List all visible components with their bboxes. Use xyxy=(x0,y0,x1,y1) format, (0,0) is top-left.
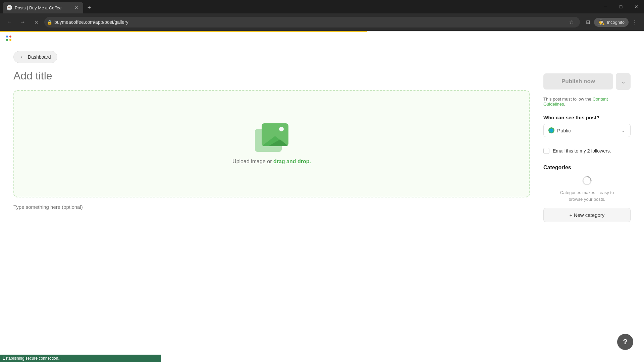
tab-close-button[interactable]: ✕ xyxy=(74,5,79,10)
title-input[interactable] xyxy=(13,70,530,82)
categories-line1: Categories makes it easy to xyxy=(560,190,614,195)
incognito-label: Incognito xyxy=(607,20,625,25)
visibility-text: Public xyxy=(557,128,619,133)
menu-button[interactable]: ⋮ xyxy=(629,17,640,27)
tab-favicon: ☕ xyxy=(7,5,12,10)
tab-title: Posts | Buy Me a Coffee xyxy=(15,5,71,10)
lock-icon: 🔒 xyxy=(47,20,52,25)
window-controls: ─ □ ✕ xyxy=(598,0,644,13)
mountain-icon xyxy=(262,133,288,146)
categories-line2: browse your posts. xyxy=(569,197,605,202)
maximize-button[interactable]: □ xyxy=(613,0,629,13)
back-button[interactable]: ← xyxy=(4,17,15,27)
editor-area: Upload image or drag and drop. xyxy=(13,70,530,362)
bookmark-button[interactable]: ☆ xyxy=(567,17,576,27)
visibility-dropdown[interactable]: 🌐 Public ⌄ xyxy=(543,124,631,137)
drag-drop-link[interactable]: drag and drop. xyxy=(273,159,311,164)
publish-now-button[interactable]: Publish now xyxy=(543,73,613,89)
description-input[interactable] xyxy=(13,204,530,210)
sun-icon xyxy=(279,127,284,131)
categories-label: Categories xyxy=(543,165,631,171)
url-text: buymeacoffee.com/app/post/gallery xyxy=(54,19,565,25)
active-tab[interactable]: ☕ Posts | Buy Me a Coffee ✕ xyxy=(3,2,83,13)
browser-chrome: ☕ Posts | Buy Me a Coffee ✕ + ─ □ ✕ ← → … xyxy=(0,0,644,31)
email-checkbox[interactable] xyxy=(543,148,549,154)
tab-bar: ☕ Posts | Buy Me a Coffee ✕ + ─ □ ✕ xyxy=(0,0,644,13)
visibility-label: Who can see this post? xyxy=(543,115,631,120)
reload-button[interactable]: ✕ xyxy=(31,17,42,27)
categories-section: Categories Categories makes it easy to b… xyxy=(543,165,631,222)
email-label: Email this to my 2 followers. xyxy=(553,148,611,154)
sidebar: Publish now ⌄ This post must follow the … xyxy=(543,70,631,362)
followers-count: 2 xyxy=(587,148,590,154)
upload-zone[interactable]: Upload image or drag and drop. xyxy=(13,90,530,197)
help-icon: ? xyxy=(623,338,627,346)
google-apps-icon[interactable] xyxy=(4,34,13,43)
categories-icon-area xyxy=(543,175,631,186)
profile-extensions-button[interactable]: ⊞ xyxy=(583,17,593,27)
categories-loading-icon xyxy=(582,175,592,186)
content-guidelines-text: This post must follow the Content Guidel… xyxy=(543,97,631,107)
address-bar[interactable]: 🔒 buymeacoffee.com/app/post/gallery ☆ xyxy=(44,17,580,27)
incognito-icon: 🕵 xyxy=(598,19,605,25)
browser-toolbar-right: ⊞ 🕵 Incognito ⋮ xyxy=(583,17,640,27)
status-bar: Establishing secure connection... xyxy=(0,355,644,362)
publish-dropdown-button[interactable]: ⌄ xyxy=(616,73,631,90)
address-bar-row: ← → ✕ 🔒 buymeacoffee.com/app/post/galler… xyxy=(0,13,644,31)
visibility-section: Who can see this post? 🌐 Public ⌄ xyxy=(543,115,631,137)
spinner-icon xyxy=(582,175,592,186)
publish-row: Publish now ⌄ xyxy=(543,73,631,90)
svg-point-2 xyxy=(6,39,8,41)
upload-icon xyxy=(255,123,288,152)
incognito-badge: 🕵 Incognito xyxy=(594,18,629,27)
minimize-button[interactable]: ─ xyxy=(598,0,613,13)
top-nav: ← Dashboard xyxy=(0,44,644,70)
svg-point-3 xyxy=(9,39,11,41)
followers-label: followers. xyxy=(590,148,611,154)
email-row: Email this to my 2 followers. xyxy=(543,148,631,154)
new-tab-button[interactable]: + xyxy=(85,3,94,12)
new-category-button[interactable]: + New category xyxy=(543,208,631,222)
status-text: Establishing secure connection... xyxy=(0,355,161,362)
visibility-chevron-icon: ⌄ xyxy=(621,127,626,133)
address-actions: ☆ xyxy=(567,17,576,27)
categories-empty-text: Categories makes it easy to browse your … xyxy=(543,189,631,202)
main-layout: ← Dashboard xyxy=(0,44,644,362)
dashboard-label: Dashboard xyxy=(28,54,51,60)
close-button[interactable]: ✕ xyxy=(629,0,644,13)
forward-button[interactable]: → xyxy=(17,17,28,27)
globe-icon: 🌐 xyxy=(548,127,554,133)
help-button[interactable]: ? xyxy=(617,334,633,350)
svg-point-0 xyxy=(6,36,8,38)
image-icon-front xyxy=(262,123,288,146)
chevron-down-icon: ⌄ xyxy=(621,78,626,85)
upload-text: Upload image or drag and drop. xyxy=(232,159,311,165)
dashboard-button[interactable]: ← Dashboard xyxy=(13,51,57,63)
back-arrow-icon: ← xyxy=(20,54,25,60)
svg-point-1 xyxy=(9,36,11,38)
bookmarks-bar xyxy=(0,32,644,44)
content-area: Upload image or drag and drop. Publish n… xyxy=(0,70,644,362)
